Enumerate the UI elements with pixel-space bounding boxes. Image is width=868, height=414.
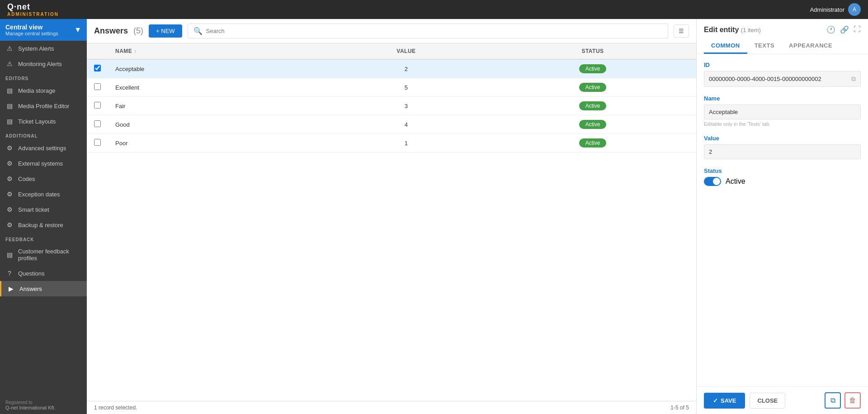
name-field-group: Name Acceptable Editable only in the 'Te…: [704, 95, 861, 127]
history-icon[interactable]: 🕐: [826, 25, 835, 34]
row-name: Poor: [108, 134, 323, 152]
save-button[interactable]: ✓ SAVE: [704, 393, 745, 409]
sidebar-item-label: Media Profile Editor: [18, 103, 69, 109]
sidebar-main-label: Central view: [5, 24, 58, 31]
selected-count: 1 record selected.: [94, 404, 137, 411]
sidebar-item-questions[interactable]: ? Questions: [0, 266, 87, 281]
row-value: 2: [323, 59, 489, 78]
value-input[interactable]: [704, 144, 861, 159]
tab-appearance[interactable]: APPEARANCE: [782, 38, 840, 54]
row-value: 4: [323, 115, 489, 134]
sidebar-item-backup-restore[interactable]: ⚙ Backup & restore: [0, 217, 87, 233]
status-toggle[interactable]: [704, 177, 721, 186]
sidebar-item-advanced-settings[interactable]: ⚙ Advanced settings: [0, 140, 87, 156]
sidebar-item-label: External systems: [18, 160, 63, 167]
copy-record-button[interactable]: ⧉: [825, 392, 841, 409]
sidebar-item-ticket-layouts[interactable]: ▤ Ticket Layouts: [0, 114, 87, 129]
tab-common[interactable]: COMMON: [704, 38, 747, 54]
sidebar-item-system-alerts[interactable]: ⚠ System Alerts: [0, 41, 87, 56]
sidebar-item-media-profile-editor[interactable]: ▤ Media Profile Editor: [0, 98, 87, 114]
sidebar-item-answers[interactable]: ▶ Answers: [0, 281, 87, 296]
user-area[interactable]: Administrator A: [810, 3, 861, 16]
section-feedback: FEEDBACK: [0, 233, 87, 244]
filter-button[interactable]: ☰: [674, 24, 689, 38]
select-all-header[interactable]: [87, 43, 108, 59]
sidebar-item-external-systems[interactable]: ⚙ External systems: [0, 156, 87, 171]
warning-icon: ⚠: [5, 60, 14, 67]
expand-icon[interactable]: ⛶: [854, 25, 861, 34]
table-row[interactable]: Good 4 Active: [87, 115, 696, 134]
checkmark-icon: ✓: [713, 397, 718, 404]
new-button[interactable]: + NEW: [149, 24, 182, 38]
delete-record-button[interactable]: 🗑: [844, 392, 861, 409]
filter-icon: ☰: [679, 28, 684, 34]
col-value[interactable]: VALUE: [323, 43, 489, 59]
share-icon[interactable]: 🔗: [840, 25, 849, 34]
main-layout: Central view Manage central settings ▼ ⚠…: [0, 19, 868, 414]
row-value: 1: [323, 134, 489, 152]
arrow-icon: ▶: [7, 285, 15, 292]
table-row[interactable]: Acceptable 2 Active: [87, 59, 696, 78]
grid-icon: ▤: [5, 87, 14, 94]
row-checkbox-cell[interactable]: [87, 78, 108, 97]
user-name: Administrator: [810, 6, 844, 13]
sidebar-item-label: Smart ticket: [18, 206, 49, 213]
toggle-knob: [713, 178, 720, 185]
name-label: Name: [704, 95, 861, 102]
close-button[interactable]: CLOSE: [750, 393, 785, 409]
company-name: Q-net International Kft.: [5, 405, 81, 410]
sidebar-item-smart-ticket[interactable]: ⚙ Smart ticket: [0, 202, 87, 217]
row-status: Active: [489, 115, 696, 134]
tab-texts[interactable]: TEXTS: [747, 38, 782, 54]
col-status[interactable]: STATUS: [489, 43, 696, 59]
registered-label: Registered to: [5, 400, 81, 405]
trash-icon: 🗑: [849, 396, 856, 404]
sidebar-item-exception-dates[interactable]: ⚙ Exception dates: [0, 186, 87, 202]
col-name[interactable]: NAME ↑: [108, 43, 323, 59]
grid-icon: ▤: [5, 102, 14, 109]
sidebar-item-label: Media storage: [18, 87, 55, 94]
status-badge: Active: [579, 101, 607, 110]
chevron-down-icon: ▼: [74, 26, 81, 34]
table-row[interactable]: Poor 1 Active: [87, 134, 696, 152]
row-checkbox-cell[interactable]: [87, 59, 108, 78]
row-status: Active: [489, 134, 696, 152]
panel-footer: ✓ SAVE CLOSE ⧉ 🗑: [697, 386, 868, 414]
row-status: Active: [489, 59, 696, 78]
calendar-icon: ⚙: [5, 190, 14, 198]
table-row[interactable]: Excellent 5 Active: [87, 78, 696, 97]
panel-tabs: COMMON TEXTS APPEARANCE: [704, 38, 861, 54]
row-value: 3: [323, 97, 489, 115]
table-row[interactable]: Fair 3 Active: [87, 97, 696, 115]
value-label: Value: [704, 135, 861, 142]
status-toggle-row: Active: [704, 177, 861, 186]
grid-icon: ▤: [5, 118, 14, 125]
logo-text: Q·net: [7, 2, 59, 12]
question-icon: ?: [5, 270, 14, 277]
record-count: (5): [133, 26, 143, 36]
row-checkbox[interactable]: [94, 120, 101, 127]
pagination-info: 1-5 of 5: [670, 404, 689, 411]
row-name: Acceptable: [108, 59, 323, 78]
row-checkbox[interactable]: [94, 65, 101, 71]
sidebar-item-media-storage[interactable]: ▤ Media storage: [0, 83, 87, 98]
row-checkbox-cell[interactable]: [87, 134, 108, 152]
warning-icon: ⚠: [5, 45, 14, 52]
status-badge: Active: [579, 120, 607, 129]
sidebar-header[interactable]: Central view Manage central settings ▼: [0, 19, 87, 41]
row-checkbox[interactable]: [94, 139, 101, 146]
row-name: Excellent: [108, 78, 323, 97]
sidebar-item-label: Exception dates: [18, 191, 60, 198]
row-checkbox-cell[interactable]: [87, 97, 108, 115]
search-input[interactable]: [206, 28, 662, 34]
row-checkbox-cell[interactable]: [87, 115, 108, 134]
sidebar-item-codes[interactable]: ⚙ Codes: [0, 171, 87, 186]
sidebar-item-label: Backup & restore: [18, 222, 63, 228]
row-checkbox[interactable]: [94, 83, 101, 90]
page-title: Answers: [94, 26, 128, 36]
row-checkbox[interactable]: [94, 102, 101, 109]
status-badge: Active: [579, 83, 607, 92]
sidebar-item-customer-feedback-profiles[interactable]: ▤ Customer feedback profiles: [0, 244, 87, 266]
sidebar-item-monitoring-alerts[interactable]: ⚠ Monitoring Alerts: [0, 56, 87, 71]
copy-icon[interactable]: ⧉: [851, 75, 856, 83]
